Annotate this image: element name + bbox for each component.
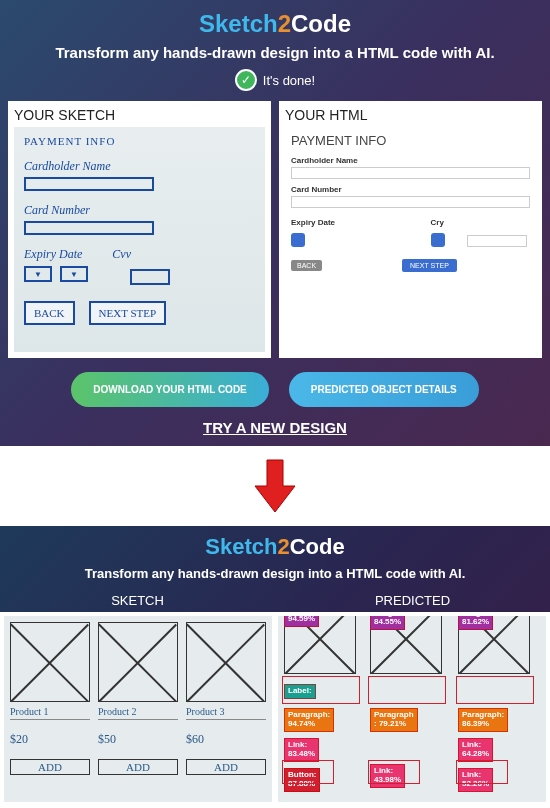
top-app-section: Sketch2Code Transform any hands-drawn de… (0, 0, 550, 446)
detection-outline (368, 760, 420, 784)
output-back-button[interactable]: BACK (291, 260, 322, 271)
tag-paragraph: Paragraph:86.39% (458, 708, 508, 732)
output-cry-label: Cry (431, 218, 531, 227)
sketch-cardholder-input (24, 177, 154, 191)
check-icon: ✓ (235, 69, 257, 91)
product-sketch-2: Product 2 $50 ADD (98, 622, 178, 796)
tag-image-pct: 94.59% (284, 616, 319, 627)
sketch-expiry-label: Expiry Date (24, 247, 82, 262)
app-subtitle-bottom: Transform any hands-drawn design into a … (0, 566, 550, 581)
sketch-cardnumber-label: Card Number (24, 203, 255, 218)
html-panel: YOUR HTML PAYMENT INFO Cardholder Name C… (279, 101, 542, 358)
output-dropdown[interactable] (431, 233, 445, 247)
action-buttons-row: DOWNLOAD YOUR HTML CODE PREDICTED OBJECT… (8, 372, 542, 419)
tag-link: Link:83.48% (284, 738, 319, 762)
detection-outline (282, 676, 360, 704)
product-add-button: ADD (10, 759, 90, 775)
product-name: Product 3 (186, 706, 266, 720)
sketch-image: PAYMENT INFO Cardholder Name Card Number… (14, 127, 265, 352)
sketch-dropdown-icon: ▼ (24, 266, 52, 282)
logo-part-sketch: Sketch (199, 10, 278, 37)
output-cardnumber-input[interactable] (291, 196, 530, 208)
output-form-title: PAYMENT INFO (291, 133, 530, 148)
arrow-separator (0, 446, 550, 526)
output-cvv-input[interactable] (467, 235, 527, 247)
sketch-cardholder-label: Cardholder Name (24, 159, 255, 174)
sketch-cvv-input (130, 269, 170, 285)
col-predicted-header: PREDICTED (275, 593, 550, 608)
down-arrow-icon (253, 458, 297, 514)
col-sketch-header: SKETCH (0, 593, 275, 608)
tag-image: Image:81.62% (458, 616, 493, 630)
sketch-cardnumber-input (24, 221, 154, 235)
sketch-back-button: BACK (24, 301, 75, 325)
detection-outline (456, 676, 534, 704)
tag-image: Image:84.55% (370, 616, 405, 630)
html-output: PAYMENT INFO Cardholder Name Card Number… (285, 127, 536, 352)
tag-paragraph: Paragraph:94.74% (284, 708, 334, 732)
detection-outline (368, 676, 446, 704)
status-row: ✓ It's done! (8, 69, 542, 91)
html-panel-title: YOUR HTML (285, 107, 536, 123)
logo-part-sketch: Sketch (205, 534, 277, 559)
bottom-app-section: Sketch2Code Transform any hands-drawn de… (0, 526, 550, 806)
logo-part-2: 2 (277, 534, 289, 559)
bottom-predicted-panel: 94.59% Label: Paragraph:94.74% Link:83.4… (278, 616, 546, 802)
product-sketch-3: Product 3 $60 ADD (186, 622, 266, 796)
product-name: Product 2 (98, 706, 178, 720)
try-new-design-link[interactable]: TRY A NEW DESIGN (8, 419, 542, 446)
output-next-button[interactable]: NEXT STEP (402, 259, 457, 272)
output-cardnumber-label: Card Number (291, 185, 530, 194)
output-cardholder-label: Cardholder Name (291, 156, 530, 165)
product-price: $20 (10, 732, 90, 747)
product-sketch-1: Product 1 $20 ADD (10, 622, 90, 796)
product-image-placeholder (186, 622, 266, 702)
sketch-form-title: PAYMENT INFO (24, 135, 255, 147)
sketch-next-button: NEXT STEP (89, 301, 167, 325)
download-button[interactable]: DOWNLOAD YOUR HTML CODE (71, 372, 269, 407)
product-price: $60 (186, 732, 266, 747)
bottom-sketch-panel: Product 1 $20 ADD Product 2 $50 ADD Prod… (4, 616, 272, 802)
app-logo: Sketch2Code (8, 10, 542, 38)
detection-outline (282, 760, 334, 784)
sketch-panel-title: YOUR SKETCH (14, 107, 265, 123)
predicted-details-button[interactable]: PREDICTED OBJECT DETAILS (289, 372, 479, 407)
panels-row: YOUR SKETCH PAYMENT INFO Cardholder Name… (8, 101, 542, 358)
product-add-button: ADD (186, 759, 266, 775)
product-image-placeholder (98, 622, 178, 702)
sketch-dropdown-icon: ▼ (60, 266, 88, 282)
bottom-panels-row: Product 1 $20 ADD Product 2 $50 ADD Prod… (0, 612, 550, 806)
output-dropdown[interactable] (291, 233, 305, 247)
detection-outline (456, 760, 508, 784)
logo-part-code: Code (291, 10, 351, 37)
sketch-panel: YOUR SKETCH PAYMENT INFO Cardholder Name… (8, 101, 271, 358)
output-expiry-label: Expiry Date (291, 218, 391, 227)
product-image-placeholder (10, 622, 90, 702)
product-price: $50 (98, 732, 178, 747)
product-add-button: ADD (98, 759, 178, 775)
app-subtitle: Transform any hands-drawn design into a … (8, 44, 542, 61)
column-headers: SKETCH PREDICTED (0, 593, 550, 608)
app-logo-bottom: Sketch2Code (0, 534, 550, 560)
logo-part-2: 2 (278, 10, 291, 37)
output-cardholder-input[interactable] (291, 167, 530, 179)
logo-part-code: Code (290, 534, 345, 559)
status-text: It's done! (263, 73, 315, 88)
product-name: Product 1 (10, 706, 90, 720)
tag-paragraph: Paragraph: 79.21% (370, 708, 418, 732)
sketch-cvv-label: Cvv (112, 247, 131, 262)
tag-link: Link:64.28% (458, 738, 493, 762)
